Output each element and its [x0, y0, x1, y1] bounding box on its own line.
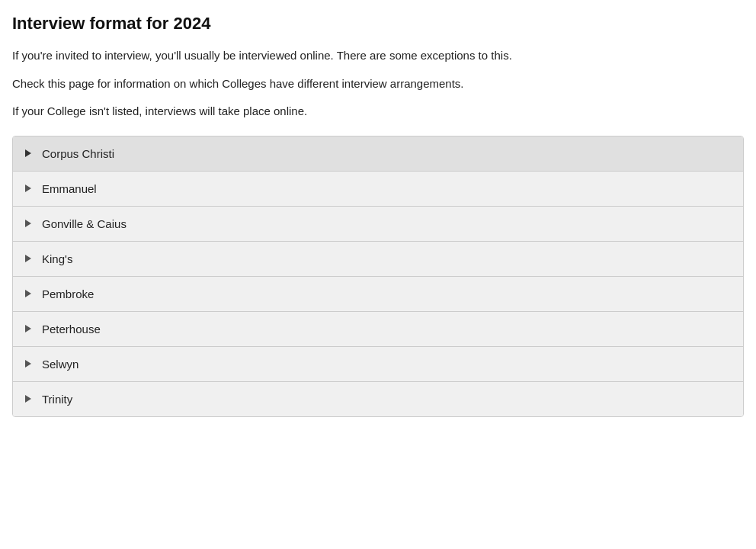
chevron-icon-emmanuel: [25, 185, 31, 192]
accordion-item-peterhouse[interactable]: Peterhouse: [13, 312, 743, 347]
accordion-item-trinity[interactable]: Trinity: [13, 382, 743, 416]
accordion-label-gonville-caius: Gonville & Caius: [42, 217, 127, 230]
intro-paragraph-1: If you're invited to interview, you'll u…: [12, 47, 744, 65]
intro-paragraph-3: If your College isn't listed, interviews…: [12, 103, 744, 120]
colleges-accordion: Corpus ChristiEmmanuelGonville & CaiusKi…: [12, 136, 744, 417]
accordion-label-peterhouse: Peterhouse: [42, 323, 101, 336]
intro-paragraph-2: Check this page for information on which…: [12, 75, 744, 93]
accordion-item-corpus-christi[interactable]: Corpus Christi: [13, 136, 743, 172]
page-title: Interview format for 2024: [12, 14, 744, 34]
accordion-item-selwyn[interactable]: Selwyn: [13, 347, 743, 382]
accordion-label-selwyn: Selwyn: [42, 358, 78, 371]
accordion-label-emmanuel: Emmanuel: [42, 182, 97, 195]
accordion-item-emmanuel[interactable]: Emmanuel: [13, 172, 743, 207]
accordion-label-trinity: Trinity: [42, 393, 72, 406]
chevron-icon-corpus-christi: [25, 149, 31, 157]
accordion-item-kings[interactable]: King's: [13, 242, 743, 277]
chevron-icon-peterhouse: [25, 325, 31, 332]
accordion-item-pembroke[interactable]: Pembroke: [13, 277, 743, 312]
chevron-icon-pembroke: [25, 290, 31, 297]
chevron-icon-gonville-caius: [25, 220, 31, 227]
accordion-item-gonville-caius[interactable]: Gonville & Caius: [13, 207, 743, 242]
accordion-label-kings: King's: [42, 252, 72, 265]
chevron-icon-trinity: [25, 395, 31, 403]
accordion-label-corpus-christi: Corpus Christi: [42, 147, 114, 160]
accordion-label-pembroke: Pembroke: [42, 287, 94, 300]
chevron-icon-selwyn: [25, 360, 31, 368]
chevron-icon-kings: [25, 255, 31, 262]
